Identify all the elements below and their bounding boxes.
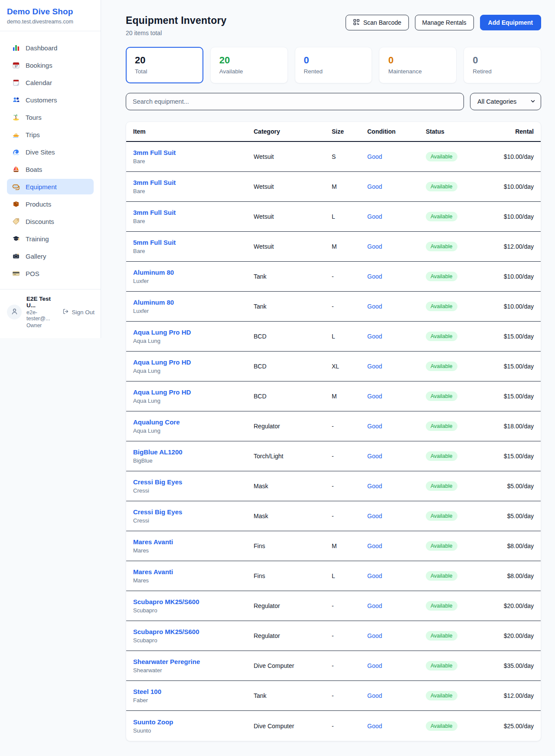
item-name-link[interactable]: Aqua Lung Pro HD bbox=[133, 358, 254, 366]
item-name-link[interactable]: Steel 100 bbox=[133, 688, 254, 695]
stat-card[interactable]: 0 Maintenance bbox=[379, 47, 457, 83]
item-size: - bbox=[332, 632, 367, 639]
item-condition-link[interactable]: Good bbox=[367, 423, 426, 430]
item-name-link[interactable]: Mares Avanti bbox=[133, 568, 254, 575]
item-condition-link[interactable]: Good bbox=[367, 363, 426, 370]
item-brand: Aqua Lung bbox=[133, 368, 254, 374]
sign-out-button[interactable]: Sign Out bbox=[62, 308, 95, 316]
item-condition-link[interactable]: Good bbox=[367, 632, 426, 639]
item-condition-link[interactable]: Good bbox=[367, 662, 426, 669]
item-condition-link[interactable]: Good bbox=[367, 453, 426, 460]
item-name-link[interactable]: Shearwater Peregrine bbox=[133, 658, 254, 665]
item-name-link[interactable]: Aluminum 80 bbox=[133, 269, 254, 276]
table-header-row: Item Category Size Condition Status Rent… bbox=[126, 122, 541, 142]
item-condition-link[interactable]: Good bbox=[367, 333, 426, 340]
item-name-link[interactable]: Cressi Big Eyes bbox=[133, 478, 254, 486]
sidebar-item-bookings[interactable]: 17 Bookings bbox=[7, 57, 94, 73]
item-brand: Bare bbox=[133, 158, 254, 164]
search-input[interactable] bbox=[126, 93, 464, 110]
sidebar-item-dive-sites[interactable]: Dive Sites bbox=[7, 144, 94, 160]
item-category: BCD bbox=[254, 393, 332, 400]
item-brand: Shearwater bbox=[133, 667, 254, 674]
item-name-link[interactable]: Aqua Lung Pro HD bbox=[133, 329, 254, 336]
item-condition-link[interactable]: Good bbox=[367, 183, 426, 190]
item-condition-link[interactable]: Good bbox=[367, 213, 426, 220]
item-condition-link[interactable]: Good bbox=[367, 153, 426, 160]
item-name-link[interactable]: 5mm Full Suit bbox=[133, 239, 254, 246]
item-condition-link[interactable]: Good bbox=[367, 513, 426, 519]
table-row: Shearwater Peregrine Shearwater Dive Com… bbox=[126, 651, 541, 681]
item-rental-rate: $15.00/day bbox=[495, 333, 534, 340]
sidebar-item-products[interactable]: Products bbox=[7, 196, 94, 212]
item-brand: Luxfer bbox=[133, 278, 254, 284]
stat-label: Rented bbox=[304, 68, 363, 75]
item-name-link[interactable]: Scubapro MK25/S600 bbox=[133, 628, 254, 635]
item-condition-link[interactable]: Good bbox=[367, 572, 426, 579]
item-name-link[interactable]: Aluminum 80 bbox=[133, 299, 254, 306]
avatar bbox=[7, 305, 22, 319]
status-badge: Available bbox=[426, 571, 457, 581]
price-tag-icon bbox=[12, 217, 20, 225]
item-brand: Luxfer bbox=[133, 308, 254, 314]
sidebar-item-tours[interactable]: Tours bbox=[7, 109, 94, 125]
sidebar-item-training[interactable]: Training bbox=[7, 231, 94, 247]
item-rental-rate: $12.00/day bbox=[495, 692, 534, 699]
item-name-link[interactable]: Aqualung Core bbox=[133, 418, 254, 426]
table-row: Scubapro MK25/S600 Scubapro Regulator - … bbox=[126, 591, 541, 621]
item-condition-link[interactable]: Good bbox=[367, 602, 426, 609]
speedboat-icon bbox=[12, 131, 20, 138]
item-condition-link[interactable]: Good bbox=[367, 542, 426, 549]
table-row: Mares Avanti Mares Fins M Good Available… bbox=[126, 531, 541, 561]
item-name-link[interactable]: Aqua Lung Pro HD bbox=[133, 388, 254, 396]
item-condition-link[interactable]: Good bbox=[367, 243, 426, 250]
item-name-link[interactable]: Mares Avanti bbox=[133, 538, 254, 546]
item-condition-link[interactable]: Good bbox=[367, 393, 426, 400]
sidebar-item-gallery[interactable]: Gallery bbox=[7, 248, 94, 264]
sidebar-item-boats[interactable]: Boats bbox=[7, 161, 94, 177]
stat-card[interactable]: 20 Total bbox=[126, 47, 203, 83]
add-equipment-button[interactable]: Add Equipment bbox=[480, 15, 541, 30]
item-brand: Bare bbox=[133, 248, 254, 254]
sidebar-item-label: Training bbox=[26, 235, 49, 243]
status-badge: Available bbox=[426, 481, 457, 491]
category-select[interactable]: All Categories bbox=[470, 93, 541, 110]
people-icon bbox=[12, 96, 20, 104]
item-category: BCD bbox=[254, 333, 332, 340]
item-size: L bbox=[332, 572, 367, 579]
item-name-link[interactable]: Scubapro MK25/S600 bbox=[133, 598, 254, 605]
stat-card[interactable]: 0 Rented bbox=[295, 47, 372, 83]
sidebar-item-equipment[interactable]: Equipment bbox=[7, 179, 94, 194]
sidebar-item-label: POS bbox=[26, 270, 39, 277]
item-name-link[interactable]: 3mm Full Suit bbox=[133, 209, 254, 216]
status-badge: Available bbox=[426, 152, 457, 161]
sidebar-item-pos[interactable]: POS bbox=[7, 266, 94, 281]
table-row: Aluminum 80 Luxfer Tank - Good Available… bbox=[126, 262, 541, 292]
sidebar-item-calendar[interactable]: Calendar bbox=[7, 75, 94, 90]
stat-card[interactable]: 20 Available bbox=[210, 47, 288, 83]
item-condition-link[interactable]: Good bbox=[367, 303, 426, 310]
column-header-size: Size bbox=[332, 128, 367, 135]
item-condition-link[interactable]: Good bbox=[367, 273, 426, 280]
sidebar-item-customers[interactable]: Customers bbox=[7, 92, 94, 108]
sidebar-item-discounts[interactable]: Discounts bbox=[7, 214, 94, 229]
status-badge: Available bbox=[426, 721, 457, 731]
scan-barcode-button[interactable]: Scan Barcode bbox=[346, 15, 409, 30]
status-badge: Available bbox=[426, 601, 457, 611]
table-row: Aqua Lung Pro HD Aqua Lung BCD M Good Av… bbox=[126, 381, 541, 411]
item-name-link[interactable]: 3mm Full Suit bbox=[133, 149, 254, 156]
manage-rentals-button[interactable]: Manage Rentals bbox=[415, 15, 474, 30]
item-condition-link[interactable]: Good bbox=[367, 723, 426, 730]
item-rental-rate: $12.00/day bbox=[495, 243, 534, 250]
item-name-link[interactable]: 3mm Full Suit bbox=[133, 179, 254, 186]
chevron-down-icon bbox=[530, 98, 535, 105]
item-name-link[interactable]: BigBlue AL1200 bbox=[133, 448, 254, 456]
stat-card[interactable]: 0 Retired bbox=[464, 47, 541, 83]
item-condition-link[interactable]: Good bbox=[367, 692, 426, 699]
item-rental-rate: $10.00/day bbox=[495, 273, 534, 280]
item-name-link[interactable]: Cressi Big Eyes bbox=[133, 508, 254, 516]
sidebar-item-dashboard[interactable]: Dashboard bbox=[7, 40, 94, 56]
item-category: BCD bbox=[254, 363, 332, 370]
item-condition-link[interactable]: Good bbox=[367, 483, 426, 490]
sidebar-item-trips[interactable]: Trips bbox=[7, 127, 94, 142]
item-name-link[interactable]: Suunto Zoop bbox=[133, 718, 254, 726]
